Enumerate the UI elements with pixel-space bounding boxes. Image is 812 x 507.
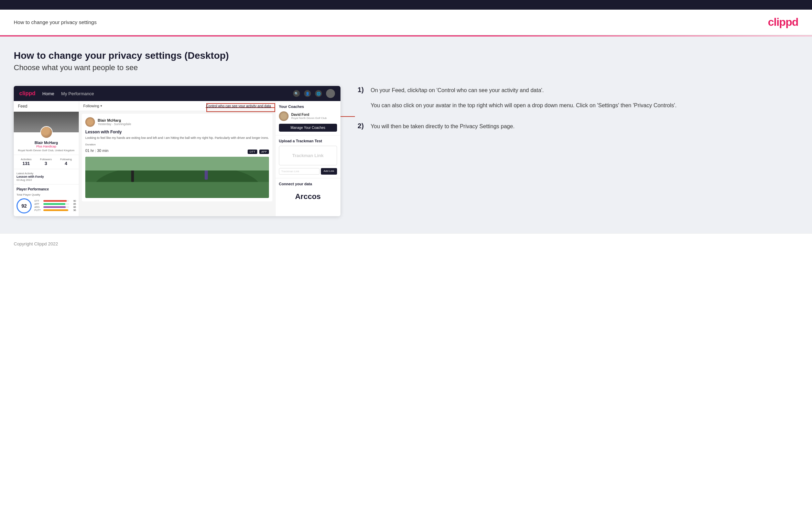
connect-section: Connect your data Arccos	[275, 178, 340, 208]
footer-text: Copyright Clippd 2022	[14, 241, 58, 246]
app-fill	[43, 203, 65, 205]
latest-activity: Lesson with Fordy	[17, 175, 76, 178]
mock-latest: Latest Activity Lesson with Fordy 03 Aug…	[14, 169, 79, 184]
golf-image-svg	[85, 157, 269, 198]
svg-rect-7	[85, 157, 269, 170]
profile-avatar	[40, 126, 53, 139]
content-area: clippd Home My Performance 🔍 👤 🌐 Feed	[14, 86, 798, 216]
header: How to change your privacy settings clip…	[0, 10, 812, 35]
followers-label: Followers	[40, 158, 52, 161]
step2-content: You will then be taken directly to the P…	[371, 122, 515, 131]
putt-fill	[43, 209, 68, 211]
connect-title: Connect your data	[279, 182, 337, 186]
app-val: 85	[71, 203, 76, 205]
instructions: 1) On your Feed, click/tap on 'Control w…	[354, 86, 798, 143]
add-link-button[interactable]: Add Link	[321, 168, 337, 175]
coach-info: David Ford Royal North Devon Golf Club	[291, 113, 327, 120]
arg-val: 86	[71, 206, 76, 208]
footer: Copyright Clippd 2022	[0, 233, 812, 254]
feed-tab[interactable]: Feed	[14, 101, 79, 112]
profile-badge: Plus Handicap	[17, 145, 76, 148]
arccos-brand: Arccos	[279, 189, 337, 205]
coaches-section: Your Coaches David Ford Royal North Devo…	[275, 101, 340, 135]
coach-club: Royal North Devon Golf Club	[291, 117, 327, 120]
trackman-input[interactable]: Trackman Link	[279, 168, 320, 175]
red-line-extension	[340, 116, 355, 117]
manage-coaches-button[interactable]: Manage Your Coaches	[279, 124, 337, 132]
quality-row: 92 OTT 90 APP	[17, 198, 76, 213]
trackman-input-row: Trackman Link Add Link	[279, 168, 337, 175]
performance-bars: OTT 90 APP 85	[34, 200, 76, 212]
arg-fill	[43, 206, 66, 208]
post-author-info: Blair McHarg Yesterday · Sunningdale	[98, 118, 131, 126]
coach-row: David Ford Royal North Devon Golf Club	[279, 111, 337, 121]
browser-mock: clippd Home My Performance 🔍 👤 🌐 Feed	[14, 86, 340, 216]
page-heading: How to change your privacy settings (Des…	[14, 50, 798, 61]
post-author-name: Blair McHarg	[98, 118, 131, 122]
step2-number: 2)	[358, 122, 368, 130]
control-privacy-link[interactable]: Control who can see your activity and da…	[206, 104, 271, 108]
bar-putt: PUTT 96	[34, 209, 76, 211]
stat-followers: Followers 3	[40, 158, 52, 166]
mock-body: Feed Blair McHarg Plus Handicap Royal No…	[14, 101, 340, 216]
trackman-placeholder-box: Trackman Link	[279, 146, 337, 165]
step1-content: On your Feed, click/tap on 'Control who …	[371, 86, 676, 110]
step1-extra-text: You can also click on your avatar in the…	[371, 101, 676, 110]
putt-val: 96	[71, 209, 76, 211]
mock-post: Blair McHarg Yesterday · Sunningdale Les…	[82, 114, 272, 201]
post-header: Blair McHarg Yesterday · Sunningdale	[85, 117, 269, 127]
following-dropdown[interactable]: Following ▾	[83, 104, 102, 108]
app-label: APP	[34, 203, 42, 205]
logo: clippd	[768, 16, 798, 29]
mock-stats: Activities 131 Followers 3 Following 4	[14, 155, 79, 169]
coach-name: David Ford	[291, 113, 327, 117]
duration-label: Duration	[85, 143, 269, 146]
bar-app: APP 85	[34, 203, 76, 205]
step1-text: On your Feed, click/tap on 'Control who …	[371, 86, 676, 95]
ott-fill	[43, 200, 67, 202]
ott-track	[43, 200, 69, 202]
quality-label: Total Player Quality	[17, 193, 76, 196]
mock-nav-home[interactable]: Home	[42, 91, 54, 96]
browser-wrapper: clippd Home My Performance 🔍 👤 🌐 Feed	[14, 86, 340, 216]
following-value: 4	[60, 161, 72, 166]
header-title: How to change your privacy settings	[14, 19, 97, 25]
duration-value: 01 hr : 30 min	[85, 148, 108, 153]
mock-nav-performance[interactable]: My Performance	[61, 91, 94, 96]
putt-label: PUTT	[34, 209, 42, 211]
mock-performance: Player Performance Total Player Quality …	[14, 184, 79, 216]
post-author-avatar	[85, 117, 95, 127]
following-label: Following	[83, 104, 99, 108]
top-bar	[0, 0, 812, 10]
search-icon[interactable]: 🔍	[293, 90, 300, 97]
ott-label: OTT	[34, 200, 42, 202]
mock-sidebar: Feed Blair McHarg Plus Handicap Royal No…	[14, 101, 79, 216]
putt-track	[43, 209, 69, 211]
person-icon[interactable]: 👤	[304, 90, 311, 97]
main-content: How to change your privacy settings (Des…	[0, 36, 812, 233]
trackman-title: Upload a Trackman Test	[279, 139, 337, 143]
profile-club: Royal North Devon Golf Club, United King…	[17, 149, 76, 152]
following-label: Following	[60, 158, 72, 161]
post-date: Yesterday · Sunningdale	[98, 122, 131, 126]
perf-title: Player Performance	[17, 187, 76, 191]
trackman-section: Upload a Trackman Test Trackman Link Tra…	[275, 135, 340, 178]
post-image	[85, 157, 269, 198]
score-circle: 92	[17, 198, 32, 213]
stat-following: Following 4	[60, 158, 72, 166]
avatar-icon[interactable]	[326, 89, 335, 98]
instruction-step2: 2) You will then be taken directly to th…	[358, 122, 795, 131]
mock-nav-icons: 🔍 👤 🌐	[293, 89, 335, 98]
tag-app: APP	[259, 150, 269, 154]
mock-logo: clippd	[19, 90, 35, 97]
arg-label: ARG	[34, 206, 42, 208]
coaches-title: Your Coaches	[279, 104, 337, 109]
tag-ott: OTT	[248, 150, 257, 154]
globe-icon[interactable]: 🌐	[315, 90, 322, 97]
coach-avatar	[279, 111, 289, 121]
ott-val: 90	[71, 200, 76, 202]
mock-main-feed: Following ▾ Control who can see your act…	[79, 101, 275, 216]
profile-name: Blair McHarg	[17, 141, 76, 145]
following-bar: Following ▾ Control who can see your act…	[79, 101, 275, 111]
mock-nav: clippd Home My Performance 🔍 👤 🌐	[14, 86, 340, 101]
